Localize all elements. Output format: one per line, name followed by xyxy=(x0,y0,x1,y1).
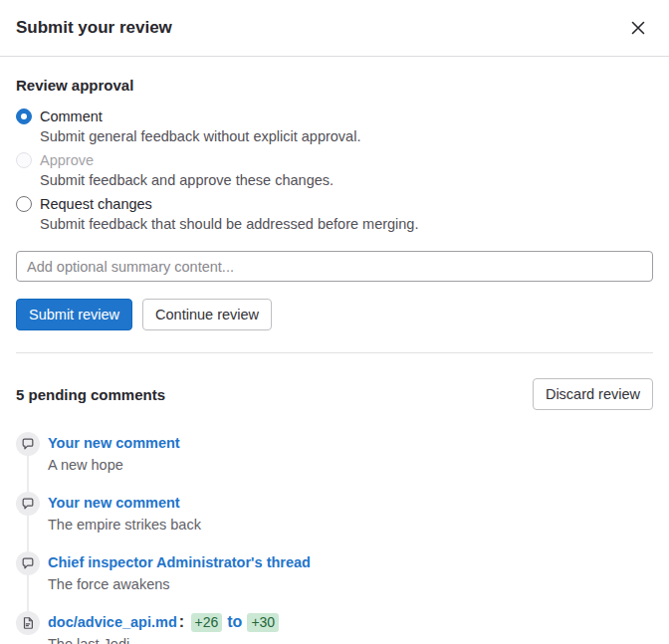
pending-comments-header: 5 pending comments Discard review xyxy=(16,378,653,410)
line-from-badge: +26 xyxy=(191,613,223,632)
pending-comment-item: Your new comment The empire strikes back xyxy=(16,492,653,536)
line-to-text: to xyxy=(227,613,242,630)
pending-file-comment-item: doc/advice_api.md: +26to+30 The last Jed… xyxy=(16,611,653,644)
submit-review-button[interactable]: Submit review xyxy=(16,299,132,330)
timeline-connector xyxy=(27,575,29,611)
close-button[interactable] xyxy=(627,17,649,39)
radio-request-changes-description: Submit feedback that should be addressed… xyxy=(40,214,653,234)
file-link[interactable]: doc/advice_api.md xyxy=(48,614,177,630)
radio-request-changes-unselected[interactable] xyxy=(16,196,32,212)
comment-subtitle: The force awakens xyxy=(48,573,653,595)
comment-icon xyxy=(16,492,40,516)
file-line-separator: : xyxy=(179,613,184,630)
submit-review-dialog: Submit your review Review approval Comme… xyxy=(0,0,669,644)
comment-link[interactable]: Your new comment xyxy=(48,435,180,451)
review-approval-heading: Review approval xyxy=(16,77,653,94)
dialog-title: Submit your review xyxy=(16,18,172,38)
close-icon xyxy=(631,21,645,35)
pending-comment-item: Chief inspector Administrator's thread T… xyxy=(16,551,653,595)
timeline-connector xyxy=(27,456,29,492)
comment-icon xyxy=(16,551,40,575)
comment-subtitle: A new hope xyxy=(48,454,653,476)
radio-approve-description: Submit feedback and approve these change… xyxy=(40,170,653,190)
radio-comment-label[interactable]: Comment xyxy=(40,107,653,126)
radio-comment-selected[interactable] xyxy=(16,108,32,124)
comment-icon xyxy=(16,432,40,456)
radio-request-changes-label[interactable]: Request changes xyxy=(40,194,653,214)
pending-comment-item: Your new comment A new hope xyxy=(16,432,653,476)
comment-link[interactable]: Your new comment xyxy=(48,495,180,511)
radio-option-approve: Approve Submit feedback and approve thes… xyxy=(16,150,653,190)
section-divider xyxy=(16,352,653,353)
radio-option-request-changes[interactable]: Request changes Submit feedback that sho… xyxy=(16,194,653,234)
summary-input[interactable] xyxy=(16,251,653,282)
radio-comment-description: Submit general feedback without explicit… xyxy=(40,126,653,146)
dialog-header: Submit your review xyxy=(0,0,669,57)
file-icon xyxy=(16,611,40,635)
radio-approve-disabled xyxy=(16,152,32,168)
pending-comments-heading: 5 pending comments xyxy=(16,386,165,403)
timeline-connector xyxy=(27,516,29,551)
radio-option-comment[interactable]: Comment Submit general feedback without … xyxy=(16,107,653,146)
dialog-body: Review approval Comment Submit general f… xyxy=(0,77,669,644)
pending-comments-list: Your new comment A new hope Your new com… xyxy=(16,432,653,644)
line-to-badge: +30 xyxy=(247,613,279,632)
radio-approve-label: Approve xyxy=(40,150,653,170)
comment-subtitle: The empire strikes back xyxy=(48,514,653,536)
discard-review-button[interactable]: Discard review xyxy=(533,378,653,410)
review-button-row: Submit review Continue review xyxy=(16,299,653,330)
continue-review-button[interactable]: Continue review xyxy=(142,299,272,330)
comment-subtitle: The last Jedi xyxy=(48,633,653,644)
thread-link[interactable]: Chief inspector Administrator's thread xyxy=(48,554,311,570)
